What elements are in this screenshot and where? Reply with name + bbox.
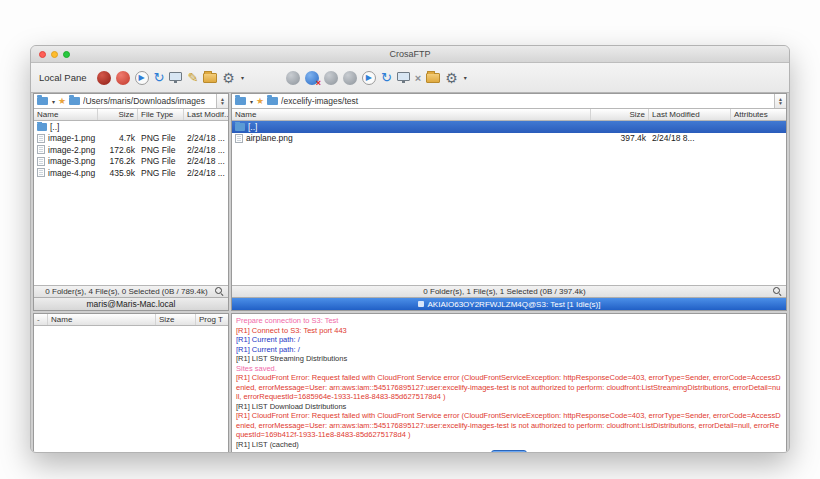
queue-list[interactable] xyxy=(34,326,228,453)
new-folder-icon[interactable] xyxy=(203,73,217,83)
file-size: 172.6k xyxy=(98,145,138,155)
column-header[interactable]: File Type xyxy=(138,109,184,120)
local-pane: ▾ ★ /Users/maris/Downloads/images ▲▼ Nam… xyxy=(33,93,229,311)
transfer-icon[interactable] xyxy=(169,72,182,81)
remote-refresh-icon[interactable]: ↻ xyxy=(381,71,392,85)
remote-pause-icon[interactable] xyxy=(343,71,357,85)
disconnect-globe-icon[interactable] xyxy=(305,71,319,85)
abort-icon[interactable] xyxy=(116,71,130,85)
local-status-bar: 0 Folder(s), 4 File(s), 0 Selected (0B /… xyxy=(34,285,228,297)
local-file-list[interactable]: [..] image-1.png 4.7k PNG File 2/24/18 .… xyxy=(34,121,228,285)
remote-abort-icon[interactable] xyxy=(324,71,338,85)
log-panel: Prepare connection to S3: Test[R1] Conne… xyxy=(231,313,787,453)
log-line: [R1] CloudFront Error: Request failed wi… xyxy=(236,373,782,402)
remote-delete-icon[interactable]: × xyxy=(415,71,421,85)
file-row[interactable]: airplane.png 397.4k 2/24/18 8... xyxy=(232,133,786,145)
local-session-tab[interactable]: maris@Maris-Mac.local xyxy=(34,297,228,310)
column-header[interactable]: Name xyxy=(232,109,591,120)
path-stepper[interactable]: ▲▼ xyxy=(774,94,786,108)
file-row[interactable]: [..] xyxy=(34,121,228,133)
file-type-icon xyxy=(37,168,45,177)
search-icon[interactable] xyxy=(773,287,782,296)
stop-icon[interactable] xyxy=(97,71,111,85)
column-header[interactable]: Size xyxy=(98,109,138,120)
path-stepper[interactable]: ▲▼ xyxy=(216,94,228,108)
step-down-icon[interactable]: ▼ xyxy=(220,101,225,105)
file-modified: 2/24/18 ... xyxy=(184,133,228,143)
main-log-tab-button[interactable]: Main xyxy=(491,450,527,453)
bottom-area: - Name Size Prog T Prepare connection to… xyxy=(31,311,789,453)
connection-icon xyxy=(418,301,424,307)
local-pane-label: Local Pane xyxy=(39,72,87,83)
queue-column-name[interactable]: Name xyxy=(48,314,156,325)
file-type-icon xyxy=(37,123,47,131)
log-line: Sites saved. xyxy=(236,364,782,374)
file-row[interactable]: image-3.png 176.2k PNG File 2/24/18 ... xyxy=(34,156,228,168)
remote-settings-caret-icon[interactable]: ▾ xyxy=(464,74,467,81)
file-name: image-2.png xyxy=(48,145,95,155)
file-size: 435.9k xyxy=(98,168,138,178)
path-caret-icon[interactable]: ▾ xyxy=(52,98,55,105)
bookmark-star-icon[interactable]: ★ xyxy=(58,97,66,106)
file-type: PNG File xyxy=(138,156,184,166)
file-name: image-4.png xyxy=(48,168,95,178)
current-folder-icon xyxy=(69,97,80,105)
file-name: image-1.png xyxy=(48,133,95,143)
edit-icon[interactable]: ✎ xyxy=(187,71,198,85)
remote-new-folder-icon[interactable] xyxy=(426,73,440,83)
current-folder-icon xyxy=(267,97,278,105)
transfer-queue-panel: - Name Size Prog T xyxy=(33,313,229,453)
local-toolbar-group: ▶ ↻ ✎ ⚙ ▾ xyxy=(97,71,244,85)
file-type: PNG File xyxy=(138,168,184,178)
column-header[interactable]: Attributes xyxy=(731,109,786,120)
remote-table-header: NameSizeLast ModifiedAttributes xyxy=(232,109,786,121)
column-header[interactable]: Last Modif... xyxy=(184,109,228,120)
column-header[interactable]: Name xyxy=(34,109,98,120)
title-bar[interactable]: CrosaFTP xyxy=(31,46,789,63)
file-size: 4.7k xyxy=(98,133,138,143)
play-icon[interactable]: ▶ xyxy=(135,71,149,85)
column-header[interactable]: Last Modified xyxy=(649,109,731,120)
queue-column-progress[interactable]: Prog T xyxy=(196,314,228,325)
local-session-label: maris@Maris-Mac.local xyxy=(87,299,176,309)
settings-caret-icon[interactable]: ▾ xyxy=(241,74,244,81)
local-path-text[interactable]: /Users/maris/Downloads/images xyxy=(83,96,213,106)
settings-gear-icon[interactable]: ⚙ xyxy=(222,71,235,85)
desktop: CrosaFTP Local Pane ▶ ↻ ✎ ⚙ ▾ ▶ xyxy=(0,0,820,479)
file-modified: 2/24/18 8... xyxy=(649,133,731,143)
step-down-icon[interactable]: ▼ xyxy=(778,101,783,105)
remote-connection-tab[interactable]: AKIAIO63OY2RFWJLZM4Q@S3: Test [1 Idle(s)… xyxy=(232,297,786,310)
remote-stop-icon[interactable] xyxy=(286,71,300,85)
log-line: [R1] Current path: / xyxy=(236,335,782,345)
file-row[interactable]: image-4.png 435.9k PNG File 2/24/18 ... xyxy=(34,167,228,179)
local-table-header: NameSizeFile TypeLast Modif... xyxy=(34,109,228,121)
file-type-icon xyxy=(235,123,245,131)
local-path-bar[interactable]: ▾ ★ /Users/maris/Downloads/images ▲▼ xyxy=(34,94,228,109)
remote-path-text[interactable]: /excelify-images/test xyxy=(281,96,771,106)
remote-toolbar-group: ▶ ↻ × ⚙ ▾ xyxy=(286,71,467,85)
file-modified: 2/24/18 ... xyxy=(184,156,228,166)
column-header[interactable]: Size xyxy=(591,109,649,120)
remote-play-icon[interactable]: ▶ xyxy=(362,71,376,85)
bookmark-star-icon[interactable]: ★ xyxy=(256,97,264,106)
search-icon[interactable] xyxy=(215,287,224,296)
file-modified: 2/24/18 ... xyxy=(184,145,228,155)
file-row[interactable]: [..] xyxy=(232,121,786,133)
remote-transfer-icon[interactable] xyxy=(397,72,410,81)
file-type-icon xyxy=(37,145,45,154)
folder-dropdown-icon[interactable] xyxy=(235,97,246,105)
refresh-icon[interactable]: ↻ xyxy=(154,71,165,85)
file-name: image-3.png xyxy=(48,156,95,166)
file-size: 397.4k xyxy=(591,133,649,143)
tree-expander-column[interactable]: - xyxy=(34,314,48,325)
queue-column-size[interactable]: Size xyxy=(156,314,196,325)
file-name: [..] xyxy=(248,122,257,132)
remote-pane: ▾ ★ /excelify-images/test ▲▼ NameSizeLas… xyxy=(231,93,787,311)
file-row[interactable]: image-1.png 4.7k PNG File 2/24/18 ... xyxy=(34,133,228,145)
remote-path-bar[interactable]: ▾ ★ /excelify-images/test ▲▼ xyxy=(232,94,786,109)
path-caret-icon[interactable]: ▾ xyxy=(250,98,253,105)
file-row[interactable]: image-2.png 172.6k PNG File 2/24/18 ... xyxy=(34,144,228,156)
remote-file-list[interactable]: [..] airplane.png 397.4k 2/24/18 8... xyxy=(232,121,786,285)
folder-dropdown-icon[interactable] xyxy=(37,97,48,105)
remote-settings-gear-icon[interactable]: ⚙ xyxy=(445,71,458,85)
